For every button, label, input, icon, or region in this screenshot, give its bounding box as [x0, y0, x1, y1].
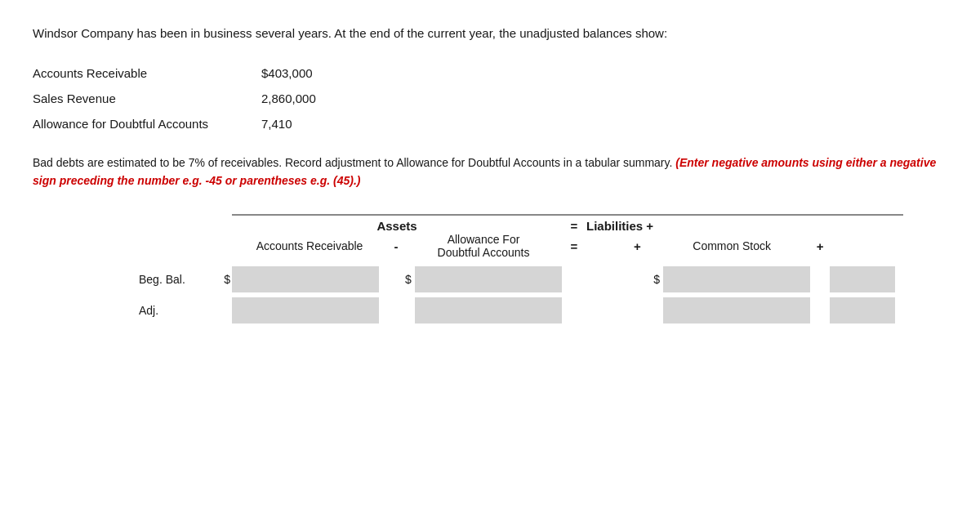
col4-header: Common Stock [653, 233, 810, 264]
col1-header: Accounts Receivable [232, 233, 387, 264]
intro-paragraph: Windsor Company has been in business sev… [33, 25, 947, 43]
beg-bal-input2[interactable] [415, 266, 562, 292]
assets-header: Assets [232, 214, 562, 233]
adj-label: Adj. [139, 295, 212, 326]
adj-input1[interactable] [232, 297, 379, 323]
sales-label: Sales Revenue [33, 91, 261, 105]
accounting-table-area: Assets = Liabilities + Accounts Receivab… [33, 214, 947, 326]
adj-input4[interactable] [830, 297, 895, 323]
beg-bal-currency2: $ [405, 273, 412, 286]
plus-end: + [810, 233, 830, 264]
adj-input3[interactable] [663, 297, 810, 323]
ar-label: Accounts Receivable [33, 66, 261, 80]
liabilities-header: Liabilities + [586, 214, 653, 233]
ar-value: $403,000 [261, 66, 343, 80]
beg-bal-row: Beg. Bal. $ $ $ [139, 264, 903, 295]
instructions: Bad debts are estimated to be 7% of rece… [33, 154, 947, 190]
allowance-value: 7,410 [261, 117, 343, 131]
balance-row-ar: Accounts Receivable $403,000 [33, 66, 947, 80]
allowance-label: Allowance for Doubtful Accounts [33, 117, 261, 131]
sales-value: 2,860,000 [261, 91, 343, 105]
beg-bal-label: Beg. Bal. [139, 264, 212, 295]
minus-header: - [387, 233, 405, 264]
equals-sub: = [562, 233, 586, 264]
adj-row: Adj. [139, 295, 903, 326]
sub-header-row: Accounts Receivable - Allowance For Doub… [139, 233, 903, 264]
equals-header: = [562, 214, 586, 233]
balance-section: Accounts Receivable $403,000 Sales Reven… [33, 66, 947, 131]
adj-input2[interactable] [415, 297, 562, 323]
beg-bal-input1[interactable] [232, 266, 379, 292]
beg-bal-currency3: $ [653, 273, 660, 286]
beg-bal-input3[interactable] [663, 266, 810, 292]
beg-bal-input4[interactable] [830, 266, 895, 292]
col2-header: Allowance For Doubtful Accounts [405, 233, 562, 264]
balance-row-sales: Sales Revenue 2,860,000 [33, 91, 947, 105]
equation-header-row: Assets = Liabilities + [139, 214, 903, 233]
balance-row-allowance: Allowance for Doubtful Accounts 7,410 [33, 117, 947, 131]
beg-bal-currency1: $ [212, 264, 232, 295]
plus-sub: + [621, 233, 653, 264]
instructions-normal: Bad debts are estimated to be 7% of rece… [33, 156, 672, 169]
